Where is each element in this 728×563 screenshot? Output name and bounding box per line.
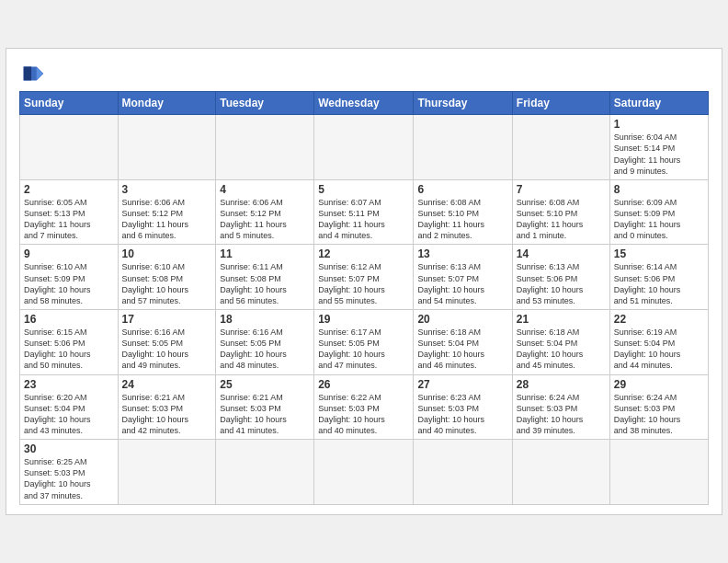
day-info: Sunrise: 6:09 AM Sunset: 5:09 PM Dayligh… (614, 197, 704, 242)
weekday-header-sunday: Sunday (20, 92, 119, 115)
day-number: 1 (614, 118, 704, 131)
week-row-3: 16Sunrise: 6:15 AM Sunset: 5:06 PM Dayli… (20, 310, 709, 375)
calendar-cell (512, 440, 609, 505)
calendar-cell: 7Sunrise: 6:08 AM Sunset: 5:10 PM Daylig… (512, 179, 609, 245)
week-row-0: 1Sunrise: 6:04 AM Sunset: 5:14 PM Daylig… (20, 115, 709, 180)
day-number: 13 (417, 247, 507, 260)
day-info: Sunrise: 6:05 AM Sunset: 5:13 PM Dayligh… (24, 197, 114, 242)
calendar-cell: 21Sunrise: 6:18 AM Sunset: 5:04 PM Dayli… (512, 310, 609, 375)
day-info: Sunrise: 6:17 AM Sunset: 5:05 PM Dayligh… (318, 327, 409, 372)
header-row (19, 60, 709, 86)
day-number: 22 (614, 313, 704, 326)
calendar-cell: 10Sunrise: 6:10 AM Sunset: 5:08 PM Dayli… (118, 245, 216, 310)
calendar-cell: 18Sunrise: 6:16 AM Sunset: 5:05 PM Dayli… (216, 310, 314, 375)
day-number: 27 (417, 378, 507, 391)
calendar-cell: 5Sunrise: 6:07 AM Sunset: 5:11 PM Daylig… (314, 179, 414, 245)
day-number: 14 (517, 247, 606, 260)
calendar-container: SundayMondayTuesdayWednesdayThursdayFrid… (6, 48, 722, 514)
calendar-header: SundayMondayTuesdayWednesdayThursdayFrid… (20, 92, 709, 115)
day-number: 20 (417, 313, 507, 326)
calendar-cell: 27Sunrise: 6:23 AM Sunset: 5:03 PM Dayli… (414, 374, 512, 440)
calendar-cell (20, 115, 119, 180)
day-info: Sunrise: 6:23 AM Sunset: 5:03 PM Dayligh… (417, 392, 507, 437)
calendar-cell: 16Sunrise: 6:15 AM Sunset: 5:06 PM Dayli… (20, 310, 119, 375)
calendar-cell: 12Sunrise: 6:12 AM Sunset: 5:07 PM Dayli… (314, 245, 414, 310)
day-info: Sunrise: 6:13 AM Sunset: 5:06 PM Dayligh… (517, 261, 606, 306)
weekday-header-friday: Friday (512, 92, 609, 115)
day-number: 25 (220, 378, 310, 391)
logo-icon (19, 60, 45, 86)
day-info: Sunrise: 6:24 AM Sunset: 5:03 PM Dayligh… (614, 392, 704, 437)
day-info: Sunrise: 6:16 AM Sunset: 5:05 PM Dayligh… (122, 327, 212, 372)
calendar-cell: 25Sunrise: 6:21 AM Sunset: 5:03 PM Dayli… (216, 374, 314, 440)
calendar-cell: 29Sunrise: 6:24 AM Sunset: 5:03 PM Dayli… (609, 374, 708, 440)
calendar-cell (216, 115, 314, 180)
day-info: Sunrise: 6:11 AM Sunset: 5:08 PM Dayligh… (220, 261, 310, 306)
calendar-cell: 3Sunrise: 6:06 AM Sunset: 5:12 PM Daylig… (118, 179, 216, 245)
calendar-cell: 26Sunrise: 6:22 AM Sunset: 5:03 PM Dayli… (314, 374, 414, 440)
weekday-header-monday: Monday (118, 92, 216, 115)
calendar-cell (414, 115, 512, 180)
calendar-cell: 17Sunrise: 6:16 AM Sunset: 5:05 PM Dayli… (118, 310, 216, 375)
calendar-cell: 22Sunrise: 6:19 AM Sunset: 5:04 PM Dayli… (609, 310, 708, 375)
day-number: 6 (417, 183, 507, 196)
calendar-cell: 20Sunrise: 6:18 AM Sunset: 5:04 PM Dayli… (414, 310, 512, 375)
calendar-cell: 8Sunrise: 6:09 AM Sunset: 5:09 PM Daylig… (609, 179, 708, 245)
svg-marker-2 (37, 67, 43, 81)
calendar-cell (118, 440, 216, 505)
calendar-cell (314, 440, 414, 505)
day-number: 23 (24, 378, 114, 391)
day-info: Sunrise: 6:22 AM Sunset: 5:03 PM Dayligh… (318, 392, 409, 437)
calendar-cell: 19Sunrise: 6:17 AM Sunset: 5:05 PM Dayli… (314, 310, 414, 375)
calendar-cell: 14Sunrise: 6:13 AM Sunset: 5:06 PM Dayli… (512, 245, 609, 310)
calendar-cell (216, 440, 314, 505)
day-info: Sunrise: 6:25 AM Sunset: 5:03 PM Dayligh… (24, 456, 114, 501)
calendar-cell: 9Sunrise: 6:10 AM Sunset: 5:09 PM Daylig… (20, 245, 119, 310)
calendar-cell: 4Sunrise: 6:06 AM Sunset: 5:12 PM Daylig… (216, 179, 314, 245)
day-number: 18 (220, 313, 310, 326)
day-info: Sunrise: 6:07 AM Sunset: 5:11 PM Dayligh… (318, 197, 409, 242)
day-info: Sunrise: 6:14 AM Sunset: 5:06 PM Dayligh… (614, 261, 704, 306)
day-number: 4 (220, 183, 310, 196)
weekday-header-saturday: Saturday (609, 92, 708, 115)
calendar-body: 1Sunrise: 6:04 AM Sunset: 5:14 PM Daylig… (20, 115, 709, 504)
day-number: 28 (517, 378, 606, 391)
day-info: Sunrise: 6:04 AM Sunset: 5:14 PM Dayligh… (614, 132, 704, 177)
day-info: Sunrise: 6:06 AM Sunset: 5:12 PM Dayligh… (122, 197, 212, 242)
day-number: 5 (318, 183, 409, 196)
day-info: Sunrise: 6:08 AM Sunset: 5:10 PM Dayligh… (517, 197, 606, 242)
day-info: Sunrise: 6:21 AM Sunset: 5:03 PM Dayligh… (220, 392, 310, 437)
day-number: 8 (614, 183, 704, 196)
day-info: Sunrise: 6:18 AM Sunset: 5:04 PM Dayligh… (517, 327, 606, 372)
calendar-cell: 13Sunrise: 6:13 AM Sunset: 5:07 PM Dayli… (414, 245, 512, 310)
day-number: 19 (318, 313, 409, 326)
weekday-header-row: SundayMondayTuesdayWednesdayThursdayFrid… (20, 92, 709, 115)
day-number: 29 (614, 378, 704, 391)
week-row-1: 2Sunrise: 6:05 AM Sunset: 5:13 PM Daylig… (20, 179, 709, 245)
day-info: Sunrise: 6:24 AM Sunset: 5:03 PM Dayligh… (517, 392, 606, 437)
calendar-table: SundayMondayTuesdayWednesdayThursdayFrid… (19, 91, 709, 504)
day-info: Sunrise: 6:10 AM Sunset: 5:09 PM Dayligh… (24, 261, 114, 306)
day-info: Sunrise: 6:06 AM Sunset: 5:12 PM Dayligh… (220, 197, 310, 242)
day-number: 2 (24, 183, 114, 196)
day-info: Sunrise: 6:16 AM Sunset: 5:05 PM Dayligh… (220, 327, 310, 372)
calendar-cell (512, 115, 609, 180)
day-number: 7 (517, 183, 606, 196)
day-number: 10 (122, 247, 212, 260)
calendar-cell: 15Sunrise: 6:14 AM Sunset: 5:06 PM Dayli… (609, 245, 708, 310)
day-info: Sunrise: 6:18 AM Sunset: 5:04 PM Dayligh… (417, 327, 507, 372)
calendar-cell: 30Sunrise: 6:25 AM Sunset: 5:03 PM Dayli… (20, 440, 119, 505)
day-number: 30 (24, 442, 114, 455)
day-info: Sunrise: 6:19 AM Sunset: 5:04 PM Dayligh… (614, 327, 704, 372)
weekday-header-wednesday: Wednesday (314, 92, 414, 115)
calendar-cell: 23Sunrise: 6:20 AM Sunset: 5:04 PM Dayli… (20, 374, 119, 440)
day-number: 12 (318, 247, 409, 260)
calendar-cell (414, 440, 512, 505)
calendar-cell: 11Sunrise: 6:11 AM Sunset: 5:08 PM Dayli… (216, 245, 314, 310)
logo (19, 60, 49, 86)
weekday-header-tuesday: Tuesday (216, 92, 314, 115)
calendar-cell: 2Sunrise: 6:05 AM Sunset: 5:13 PM Daylig… (20, 179, 119, 245)
day-number: 11 (220, 247, 310, 260)
day-number: 26 (318, 378, 409, 391)
calendar-cell: 28Sunrise: 6:24 AM Sunset: 5:03 PM Dayli… (512, 374, 609, 440)
